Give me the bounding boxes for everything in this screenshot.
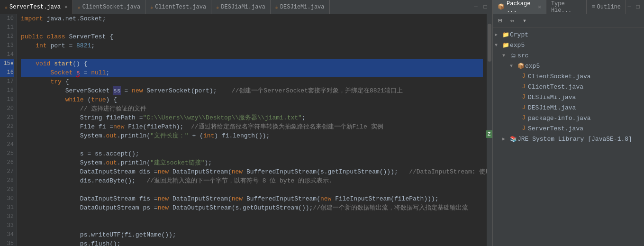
- tree-arrow-crypt[interactable]: ▶: [495, 32, 501, 37]
- tab-desjia[interactable]: ☕ DESJiaMi.java: [211, 0, 271, 14]
- java-icon: ☕: [275, 4, 278, 10]
- code-line-30: DataInputStream fis = new DataInputStrea…: [21, 194, 483, 203]
- editor-area: ☕ ServerTest.java ✕ ☕ ClientSocket.java …: [0, 0, 492, 246]
- tree-item-clienttest[interactable]: J ClientTest.java: [493, 82, 644, 92]
- link-editor-button[interactable]: ⇔: [507, 16, 517, 26]
- code-line-24: [21, 140, 483, 149]
- code-line-26: System.out.println("建立socket链接");: [21, 158, 483, 167]
- code-line-23: System.out.println("文件长度：" + (int) fi.le…: [21, 131, 483, 140]
- tree-item-exp5[interactable]: ▼ 📁 exp5: [493, 40, 644, 50]
- line-numbers: 10 11 12 13 14 15● 16 17 18 19 20 21 22 …: [0, 14, 17, 246]
- java-icon: ☕: [216, 4, 219, 10]
- code-editor[interactable]: 10 11 12 13 14 15● 16 17 18 19 20 21 22 …: [0, 14, 492, 246]
- code-line-32: [21, 212, 483, 221]
- panel-window-controls: — □: [626, 4, 644, 10]
- tree-item-crypt[interactable]: ▶ 📁 Crypt: [493, 29, 644, 40]
- package-tree: ▶ 📁 Crypt ▼ 📁 exp5 ▼ 🗂 src ▼ 📦 exp5: [493, 27, 644, 246]
- panel-maximize-btn[interactable]: □: [635, 4, 641, 10]
- code-line-22: File fi = new File(filePath); //通过将给定路径名…: [21, 122, 483, 131]
- tab-clienttest[interactable]: ☕ ClientTest.java: [145, 0, 211, 14]
- tree-item-clientsocket[interactable]: J ClientSocket.java: [493, 71, 644, 82]
- java-icon: ☕: [150, 4, 153, 10]
- tab-close-pkg[interactable]: ✕: [538, 4, 541, 10]
- code-line-27: DataInputStream dis = new DataInputStrea…: [21, 167, 487, 176]
- code-line-15: void start() {: [21, 59, 483, 68]
- code-line-20: // 选择进行验证的文件: [21, 104, 483, 113]
- tab-close-servertest[interactable]: ✕: [64, 4, 68, 10]
- editor-tab-bar: ☕ ServerTest.java ✕ ☕ ClientSocket.java …: [0, 0, 492, 14]
- panel-toolbar: ⊟ ⇔ ▾: [493, 14, 644, 27]
- code-line-34: ps.writeUTF(fi.getName());: [21, 230, 483, 239]
- code-line-19: while (true) {: [21, 95, 483, 104]
- tree-arrow-src[interactable]: ▼: [502, 53, 509, 58]
- z-badge: Z: [486, 130, 492, 138]
- tree-item-desjie[interactable]: J DESJieMi.java: [493, 102, 644, 113]
- java-file-icon-pkginfo: J: [519, 115, 528, 121]
- tree-item-jre[interactable]: ▶ 📚 JRE System Library [JavaSE-1.8]: [493, 134, 644, 144]
- panel-tab-bar: 📦 Package ... ✕ Type Hie... ≡ Outline — …: [493, 0, 644, 14]
- folder-icon-exp5: 📁: [501, 42, 510, 49]
- java-file-icon-desjie: J: [519, 104, 528, 111]
- tree-arrow-exp5[interactable]: ▼: [495, 43, 501, 48]
- code-line-11: [21, 23, 483, 32]
- code-line-28: dis.readByte(); //返回此输入流的下一个字节，以有符号 8 位 …: [21, 176, 483, 185]
- package-explorer-icon: 📦: [498, 3, 505, 10]
- tab-servertest[interactable]: ☕ ServerTest.java ✕: [0, 0, 73, 14]
- maximize-button[interactable]: □: [482, 4, 489, 10]
- code-line-33: [21, 221, 483, 230]
- java-file-icon-servertest: J: [519, 125, 528, 132]
- outline-icon: ≡: [591, 4, 595, 10]
- tree-item-exp5-pkg[interactable]: ▼ 📦 exp5: [493, 61, 644, 71]
- tab-outline[interactable]: ≡ Outline: [587, 0, 626, 14]
- java-file-icon-desjia: J: [519, 94, 528, 100]
- tree-item-servertest[interactable]: J ServerTest.java: [493, 123, 644, 134]
- view-menu-button[interactable]: ▾: [519, 16, 530, 26]
- minimize-button[interactable]: —: [472, 4, 479, 10]
- editor-window-controls: — □: [469, 4, 492, 10]
- code-line-29: [21, 185, 483, 194]
- src-folder-icon: 🗂: [509, 52, 517, 59]
- tab-desjie[interactable]: ☕ DESJieMi.java: [271, 0, 330, 14]
- jre-icon: 📚: [509, 136, 517, 143]
- code-content[interactable]: import java.net.Socket; public class Ser…: [17, 14, 487, 246]
- collapse-all-button[interactable]: ⊟: [495, 16, 505, 26]
- tab-type-hierarchy[interactable]: Type Hie...: [546, 0, 587, 14]
- code-line-31: DataOutputStream ps = new DataOutputStre…: [21, 203, 483, 212]
- code-line-18: ServerSocket ss = new ServerSocket(port)…: [21, 86, 483, 95]
- code-line-35: ps.flush();: [21, 239, 483, 246]
- code-line-25: s = ss.accept();: [21, 149, 483, 158]
- code-line-12: public class ServerTest {: [21, 32, 483, 41]
- tab-package-explorer[interactable]: 📦 Package ... ✕: [493, 0, 546, 14]
- tree-item-desjia[interactable]: J DESJiaMi.java: [493, 92, 644, 102]
- code-line-10: import java.net.Socket;: [21, 14, 483, 23]
- scrollbar-thumb[interactable]: [488, 24, 491, 62]
- tree-item-pkginfo[interactable]: J package-info.java: [493, 113, 644, 123]
- tree-arrow-jre[interactable]: ▶: [502, 136, 509, 142]
- package-icon: 📦: [517, 63, 525, 70]
- folder-icon-crypt: 📁: [501, 31, 510, 38]
- tree-item-src[interactable]: ▼ 🗂 src: [493, 50, 644, 61]
- java-icon: ☕: [5, 4, 8, 10]
- code-line-17: try {: [21, 77, 483, 86]
- right-panel: 📦 Package ... ✕ Type Hie... ≡ Outline — …: [492, 0, 644, 246]
- java-file-icon-clientsocket: J: [519, 73, 528, 80]
- code-line-13: int port = 8821;: [21, 41, 483, 50]
- java-file-icon-clienttest: J: [519, 83, 528, 90]
- java-icon: ☕: [78, 4, 81, 10]
- code-line-16: Socket s = null;: [21, 68, 483, 77]
- tree-arrow-exp5-pkg[interactable]: ▼: [510, 64, 517, 69]
- code-line-14: [21, 50, 483, 59]
- code-line-21: String filePath = "C:\\Users\\wzy\\Deskt…: [21, 113, 483, 122]
- panel-minimize-btn[interactable]: —: [626, 4, 633, 10]
- tab-clientsocket[interactable]: ☕ ClientSocket.java: [73, 0, 145, 14]
